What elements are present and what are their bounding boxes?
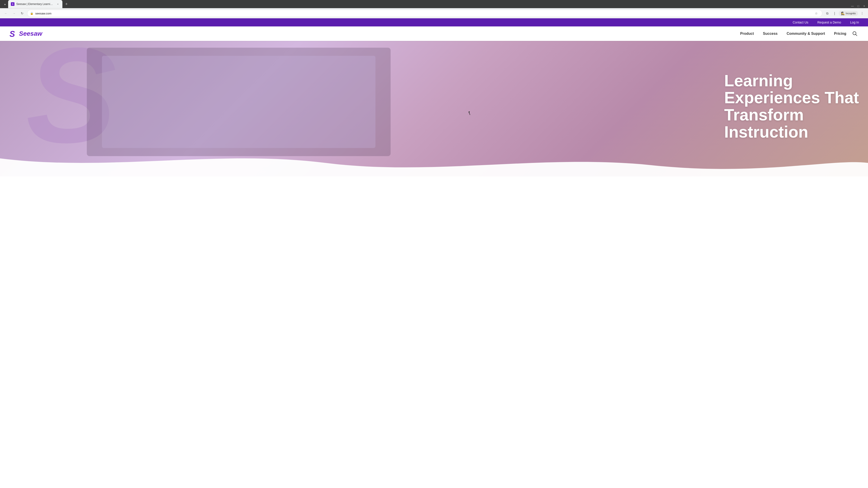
address-bar-row: ← → ↻ 🔒 seesaw.com ☆ ⧉ | 🕵 Incognito ⋮ [0, 8, 868, 18]
svg-text:S: S [9, 29, 15, 38]
hero-headline-line2: Experiences That [724, 89, 859, 107]
hero-wave [0, 149, 868, 176]
site-wrapper: Contact Us Request a Demo Log In S Seesa… [0, 18, 868, 176]
search-btn[interactable] [851, 30, 859, 38]
active-tab[interactable]: S Seesaw | Elementary Learning E... × [8, 0, 62, 8]
logo-icon: S [9, 29, 18, 38]
hero-headline: Learning Experiences That Transform Inst… [724, 72, 859, 140]
tab-dropdown-btn[interactable]: ▾ [2, 1, 8, 8]
maximize-btn[interactable]: □ [856, 4, 860, 8]
nav-links: Product Success Community & Support Pric… [740, 30, 846, 37]
tab-title: Seesaw | Elementary Learning E... [16, 2, 54, 6]
hero-headline-line1: Learning [724, 72, 793, 90]
minimize-btn[interactable]: — [850, 4, 855, 8]
nav-community-support[interactable]: Community & Support [786, 30, 825, 37]
utility-bar: Contact Us Request a Demo Log In [0, 18, 868, 26]
close-btn[interactable]: × [862, 4, 866, 8]
svg-line-2 [856, 35, 857, 36]
bookmark-icon[interactable]: ☆ [813, 10, 819, 17]
secure-icon: 🔒 [30, 12, 33, 15]
nav-product[interactable]: Product [740, 30, 754, 37]
nav-success[interactable]: Success [763, 30, 778, 37]
incognito-badge[interactable]: 🕵 Incognito [839, 11, 858, 16]
hero-headline-line3: Transform [724, 106, 804, 124]
address-bar[interactable]: 🔒 seesaw.com ☆ [27, 10, 822, 17]
tab-favicon: S [11, 2, 14, 6]
logo-link[interactable]: S Seesaw [9, 29, 42, 38]
contact-us-link[interactable]: Contact Us [793, 21, 808, 24]
nav-pricing[interactable]: Pricing [834, 30, 846, 37]
request-demo-link[interactable]: Request a Demo [817, 21, 841, 24]
browser-actions: ⧉ | 🕵 Incognito ⋮ [824, 10, 865, 17]
main-nav: S Seesaw Product Success Community & Sup… [0, 26, 868, 41]
window-controls: — □ × [850, 4, 866, 8]
forward-btn[interactable]: → [11, 10, 17, 17]
back-btn[interactable]: ← [3, 10, 9, 17]
hero-section: S Learning Experiences That Transform In… [0, 41, 868, 176]
profile-separator: | [831, 10, 838, 17]
hero-headline-line4: Instruction [724, 123, 808, 141]
tab-bar: ▾ S Seesaw | Elementary Learning E... × … [0, 0, 868, 8]
extensions-btn[interactable]: ⧉ [824, 10, 831, 17]
tab-close-btn[interactable]: × [56, 2, 60, 6]
incognito-label: Incognito [846, 12, 856, 15]
new-tab-btn[interactable]: + [63, 1, 70, 7]
refresh-btn[interactable]: ↻ [19, 10, 25, 17]
url-text: seesaw.com [35, 12, 811, 15]
browser-chrome: ▾ S Seesaw | Elementary Learning E... × … [0, 0, 868, 18]
more-options-btn[interactable]: ⋮ [859, 10, 865, 17]
search-icon [852, 31, 857, 36]
login-link[interactable]: Log In [850, 21, 859, 24]
logo-text: Seesaw [19, 30, 42, 37]
